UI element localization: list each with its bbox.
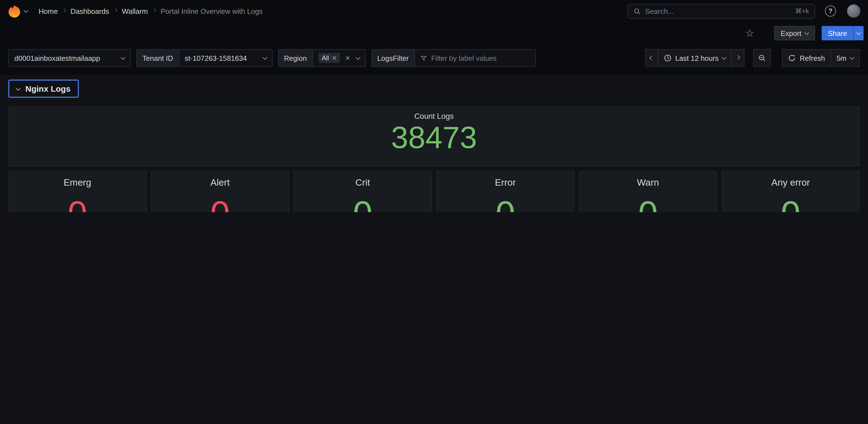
remove-chip-icon[interactable]: ✕ <box>332 55 337 61</box>
keyboard-shortcut-badge: ⌘+k <box>795 7 809 15</box>
chevron-right-icon <box>62 8 66 12</box>
zoom-out-icon <box>758 54 766 62</box>
top-navigation-bar: Home Dashboards Wallarm Portal Inline Ov… <box>0 0 868 22</box>
count-logs-value: 38473 <box>391 121 477 154</box>
chevron-right-icon <box>152 8 156 12</box>
stat-panel-warn: Warn 0 <box>579 171 717 212</box>
stat-panel-value: 0 <box>210 196 230 212</box>
stat-panel-title[interactable]: Alert <box>211 177 230 188</box>
breadcrumb-folder[interactable]: Wallarm <box>122 7 148 15</box>
stat-panel-title[interactable]: Any error <box>771 177 810 188</box>
search-icon <box>633 7 641 15</box>
refresh-interval-value: 5m <box>837 54 846 62</box>
global-search[interactable]: ⌘+k <box>627 4 815 19</box>
search-input[interactable] <box>645 7 791 15</box>
chevron-right-icon <box>114 8 118 12</box>
time-range-label: Last 12 hours <box>675 54 719 62</box>
stat-panel-value: 0 <box>68 196 87 212</box>
dashboard-toolbar: ☆ Export Share <box>0 22 868 44</box>
chevron-down-icon <box>857 30 861 35</box>
breadcrumb-current-page: Portal Inline Overview with Logs <box>161 7 263 15</box>
stat-panel-title[interactable]: Crit <box>355 177 370 188</box>
time-range-controls: Last 12 hours <box>645 49 745 67</box>
refresh-label: Refresh <box>800 54 825 62</box>
logsfilter-label: LogsFilter <box>372 50 415 66</box>
stat-panel-title[interactable]: Error <box>495 177 516 188</box>
stat-panel-value: 0 <box>638 196 658 212</box>
help-glyph: ? <box>829 7 833 15</box>
time-shift-forward-button[interactable] <box>732 49 745 67</box>
chevron-down-icon <box>121 55 126 60</box>
region-variable-label: Region <box>278 50 313 66</box>
filter-funnel-icon <box>420 54 427 62</box>
export-label: Export <box>780 29 801 37</box>
stat-panels-row: Emerg 0 Alert 0 Crit 0 Error 0 Warn 0 An… <box>8 171 860 212</box>
stat-panel-value: 0 <box>781 196 800 212</box>
tenant-variable-value: st-107263-1581634 <box>185 54 247 62</box>
breadcrumb-home[interactable]: Home <box>39 7 58 15</box>
dashboard-variables-row: d0001ainboxatestmailaapp Tenant ID st-10… <box>0 44 868 75</box>
time-range-picker[interactable]: Last 12 hours <box>657 49 732 67</box>
stat-panel-crit: Crit 0 <box>293 171 432 212</box>
logsfilter-input-wrapper[interactable] <box>415 54 535 62</box>
app-variable-dropdown[interactable]: d0001ainboxatestmailaapp <box>8 49 131 67</box>
stat-panel-value: 0 <box>353 196 372 212</box>
chevron-left-icon <box>649 56 654 60</box>
chevron-right-icon <box>736 55 740 60</box>
app-chrome: Home Dashboards Wallarm Portal Inline Ov… <box>0 0 868 75</box>
clock-icon <box>663 54 671 62</box>
tenant-variable-dropdown[interactable]: Tenant ID st-107263-1581634 <box>136 49 272 67</box>
avatar[interactable] <box>847 4 860 18</box>
count-logs-panel: Count Logs 38473 <box>8 107 860 166</box>
dashboard-canvas: Nginx Logs Count Logs 38473 Emerg 0 Aler… <box>0 75 868 212</box>
stat-panel-title[interactable]: Warn <box>637 177 659 188</box>
refresh-button[interactable]: Refresh <box>782 49 831 67</box>
logsfilter-control[interactable]: LogsFilter <box>371 49 535 67</box>
stat-panel-error: Error 0 <box>436 171 575 212</box>
chevron-down-icon <box>355 55 360 60</box>
stat-panel-emerg: Emerg 0 <box>8 171 147 212</box>
clear-selection-icon[interactable]: ✕ <box>345 55 350 61</box>
refresh-interval-dropdown[interactable]: 5m <box>831 49 860 67</box>
chevron-down-icon <box>16 86 21 91</box>
time-shift-back-button[interactable] <box>645 49 658 67</box>
stat-panel-any-error: Any error 0 <box>721 171 860 212</box>
app-variable-value: d0001ainboxatestmailaapp <box>14 54 100 62</box>
region-chip-value: All <box>322 54 329 62</box>
export-button[interactable]: Export <box>774 26 815 40</box>
region-variable-dropdown[interactable]: Region All ✕ ✕ <box>278 49 366 67</box>
panel-title[interactable]: Count Logs <box>414 112 454 120</box>
stat-panel-alert: Alert 0 <box>151 171 289 212</box>
breadcrumb-dashboards[interactable]: Dashboards <box>70 7 109 15</box>
share-button[interactable]: Share <box>822 26 853 40</box>
share-label: Share <box>828 29 847 37</box>
chevron-down-icon <box>722 55 726 60</box>
stat-panel-title[interactable]: Emerg <box>63 177 91 188</box>
row-title: Nginx Logs <box>25 84 70 93</box>
refresh-icon <box>788 54 796 62</box>
region-selected-chip[interactable]: All ✕ <box>318 53 340 63</box>
zoom-out-time-button[interactable] <box>753 49 771 67</box>
chevron-down-icon <box>805 30 809 35</box>
breadcrumb: Home Dashboards Wallarm Portal Inline Ov… <box>39 7 263 15</box>
share-split-button: Share <box>822 26 864 40</box>
chevron-down-icon <box>24 8 28 13</box>
grafana-dashboard: Home Dashboards Wallarm Portal Inline Ov… <box>0 0 868 212</box>
chevron-down-icon <box>262 55 267 60</box>
grafana-logo-icon <box>8 4 22 18</box>
row-header: Nginx Logs <box>8 80 860 98</box>
grafana-logo-button[interactable] <box>8 4 28 18</box>
chevron-down-icon <box>850 55 855 60</box>
row-toggle-nginx-logs[interactable]: Nginx Logs <box>8 80 79 98</box>
stat-panel-value: 0 <box>496 196 515 212</box>
star-icon[interactable]: ☆ <box>745 28 754 38</box>
share-menu-button[interactable] <box>853 26 864 40</box>
logsfilter-input[interactable] <box>431 54 530 62</box>
refresh-controls: Refresh 5m <box>782 49 860 67</box>
tenant-variable-label: Tenant ID <box>137 50 179 66</box>
help-icon[interactable]: ? <box>825 5 836 17</box>
